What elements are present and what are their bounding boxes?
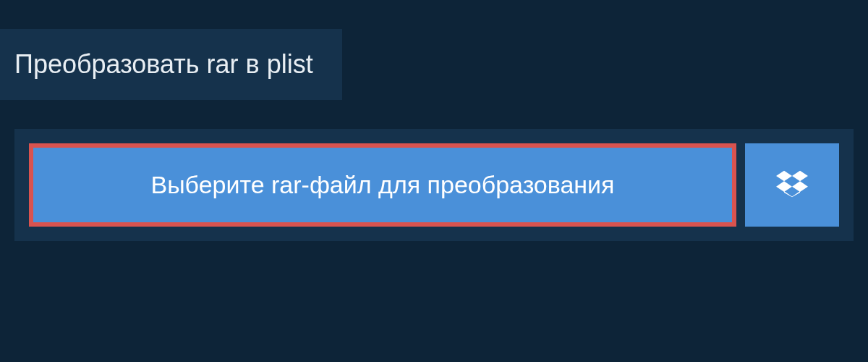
page-title: Преобразовать rar в plist xyxy=(14,49,313,80)
select-file-label: Выберите rar-файл для преобразования xyxy=(150,171,614,199)
upload-section: Выберите rar-файл для преобразования xyxy=(14,129,854,241)
header-bar: Преобразовать rar в plist xyxy=(0,29,342,100)
dropbox-button[interactable] xyxy=(745,143,839,227)
dropbox-icon xyxy=(776,168,808,203)
select-file-button[interactable]: Выберите rar-файл для преобразования xyxy=(29,143,736,227)
